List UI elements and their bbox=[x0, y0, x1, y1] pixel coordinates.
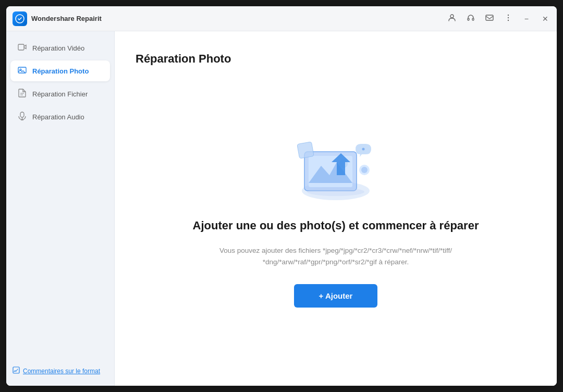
sidebar: Réparation Vidéo Réparation Photo bbox=[6, 31, 115, 386]
svg-point-26 bbox=[361, 167, 368, 173]
svg-point-7 bbox=[508, 19, 509, 20]
app-name: Wondershare Repairit bbox=[31, 15, 102, 22]
svg-rect-2 bbox=[468, 18, 469, 20]
svg-rect-3 bbox=[472, 18, 474, 20]
svg-rect-22 bbox=[297, 142, 314, 158]
app-logo: Wondershare Repairit bbox=[13, 11, 447, 26]
fichier-icon bbox=[17, 89, 27, 99]
svg-rect-9 bbox=[18, 67, 26, 73]
main-content: Réparation Vidéo Réparation Photo bbox=[6, 31, 557, 386]
feedback-text: Commentaires sur le format bbox=[23, 368, 100, 375]
sidebar-item-audio[interactable]: Réparation Audio bbox=[10, 106, 110, 127]
add-button[interactable]: + Ajouter bbox=[294, 284, 378, 308]
app-window: Wondershare Repairit bbox=[6, 6, 557, 386]
svg-point-6 bbox=[508, 17, 509, 18]
sidebar-item-audio-label: Réparation Audio bbox=[32, 113, 84, 121]
titlebar: Wondershare Repairit bbox=[6, 6, 557, 31]
feedback-icon bbox=[13, 366, 20, 375]
sidebar-footer: Commentaires sur le format bbox=[10, 362, 110, 379]
svg-point-5 bbox=[508, 14, 509, 15]
titlebar-controls: − ✕ bbox=[447, 13, 550, 24]
user-icon[interactable] bbox=[447, 13, 457, 24]
sidebar-item-fichier-label: Réparation Fichier bbox=[32, 90, 88, 98]
minimize-button[interactable]: − bbox=[522, 14, 531, 24]
svg-point-1 bbox=[450, 15, 454, 18]
svg-rect-13 bbox=[20, 112, 24, 117]
audio-icon bbox=[17, 112, 27, 122]
content-inner: Ajouter une ou des photo(s) et commencer… bbox=[193, 66, 479, 365]
sub-text-line1: Vous pouvez ajouter des fichiers *jpeg/*… bbox=[219, 247, 452, 254]
logo-icon bbox=[13, 11, 27, 26]
sidebar-item-video[interactable]: Réparation Vidéo bbox=[10, 38, 110, 58]
sidebar-item-video-label: Réparation Vidéo bbox=[32, 44, 84, 52]
sidebar-item-fichier[interactable]: Réparation Fichier bbox=[10, 83, 110, 104]
svg-point-24 bbox=[362, 148, 365, 150]
close-button[interactable]: ✕ bbox=[540, 14, 550, 24]
sub-text: Vous pouvez ajouter des fichiers *jpeg/*… bbox=[219, 245, 452, 267]
main-heading: Ajouter une ou des photo(s) et commencer… bbox=[193, 219, 479, 232]
feedback-link[interactable]: Commentaires sur le format bbox=[13, 366, 108, 375]
page-title: Réparation Photo bbox=[136, 52, 231, 66]
sub-text-line2: *dng/*arw/*raf/*gpr/*png/*orf/*sr2/*gif … bbox=[263, 258, 409, 266]
photo-icon bbox=[17, 66, 27, 76]
svg-rect-16 bbox=[13, 367, 19, 373]
sidebar-item-photo-label: Réparation Photo bbox=[32, 67, 89, 75]
mail-icon[interactable] bbox=[485, 13, 494, 24]
headset-icon[interactable] bbox=[466, 13, 475, 24]
svg-rect-4 bbox=[486, 15, 493, 20]
video-icon bbox=[17, 43, 27, 53]
photo-illustration bbox=[289, 123, 383, 206]
svg-rect-8 bbox=[18, 44, 24, 50]
menu-icon[interactable] bbox=[504, 13, 513, 24]
sidebar-item-photo[interactable]: Réparation Photo bbox=[10, 60, 110, 81]
content-area: Réparation Photo bbox=[115, 31, 557, 386]
svg-point-27 bbox=[307, 188, 364, 196]
